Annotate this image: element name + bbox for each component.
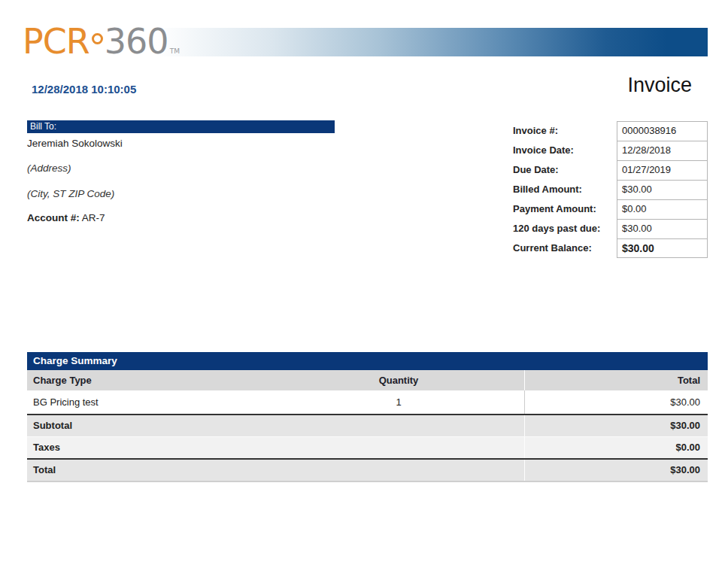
report-datetime: 12/28/2018 10:10:05 <box>32 83 136 96</box>
subtotal-label: Subtotal <box>27 415 273 436</box>
due-date-label: Due Date: <box>513 160 617 180</box>
subtotal-row: Subtotal $30.00 <box>27 415 708 437</box>
bill-to-account: Account #: AR-7 <box>27 212 335 223</box>
bill-to-header: Bill To: <box>27 120 335 133</box>
quantity-cell: 1 <box>273 390 524 414</box>
invoice-page: PCR360TM 12/28/2018 10:10:05 Invoice Bil… <box>0 0 728 574</box>
taxes-row: Taxes $0.00 <box>27 437 708 460</box>
invoice-number-label: Invoice #: <box>513 121 617 141</box>
past-due-value: $30.00 <box>617 219 708 238</box>
payment-amount-label: Payment Amount: <box>513 199 617 219</box>
bill-to-section: Bill To: Jeremiah Sokolowski (Address) (… <box>27 120 335 223</box>
payment-amount-value: $0.00 <box>617 199 708 219</box>
billed-amount-value: $30.00 <box>617 180 708 199</box>
bill-to-name: Jeremiah Sokolowski <box>27 138 335 149</box>
total-label: Total <box>27 460 273 481</box>
current-balance-label: Current Balance: <box>513 238 617 258</box>
column-header-charge-type: Charge Type <box>27 370 273 390</box>
taxes-value: $0.00 <box>524 437 708 458</box>
column-header-quantity: Quantity <box>273 370 524 390</box>
taxes-label: Taxes <box>27 437 273 458</box>
page-title: Invoice <box>627 74 692 97</box>
column-header-total: Total <box>524 370 708 390</box>
logo-ring-icon <box>92 33 103 44</box>
billed-amount-label: Billed Amount: <box>513 180 617 199</box>
total-row: Total $30.00 <box>27 460 708 482</box>
charge-summary-column-headers: Charge Type Quantity Total <box>27 370 708 390</box>
charge-type-cell: BG Pricing test <box>27 390 273 414</box>
due-date-value: 01/27/2019 <box>617 160 708 180</box>
charge-summary-title: Charge Summary <box>27 352 708 370</box>
pcr360-logo: PCR360TM <box>23 23 180 62</box>
past-due-label: 120 days past due: <box>513 219 617 238</box>
total-cell: $30.00 <box>524 390 708 414</box>
account-value: AR-7 <box>82 212 105 223</box>
invoice-details-table: Invoice #: 0000038916 Invoice Date: 12/2… <box>513 121 708 258</box>
invoice-date-label: Invoice Date: <box>513 141 617 160</box>
logo-text-pcr: PCR <box>23 21 89 62</box>
logo-text-360: 360 <box>105 21 168 62</box>
charge-summary-table: Charge Summary Charge Type Quantity Tota… <box>27 352 708 482</box>
bill-to-address-placeholder: (Address) <box>27 162 335 174</box>
invoice-date-value: 12/28/2018 <box>617 141 708 160</box>
table-row: BG Pricing test 1 $30.00 <box>27 390 708 415</box>
bill-to-city-placeholder: (City, ST ZIP Code) <box>27 188 335 199</box>
total-value: $30.00 <box>524 460 708 481</box>
logo-trademark: TM <box>170 47 180 55</box>
account-label: Account #: <box>27 212 80 223</box>
current-balance-value: $30.00 <box>617 238 708 258</box>
invoice-number-value: 0000038916 <box>617 121 708 141</box>
subtotal-value: $30.00 <box>524 415 708 436</box>
